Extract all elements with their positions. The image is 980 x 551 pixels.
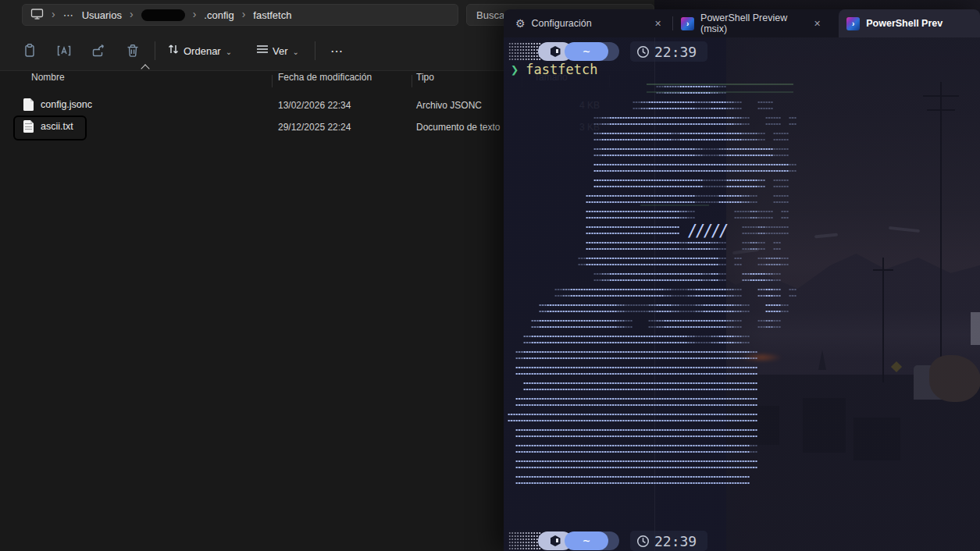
screen: › ⋯ Usuarios › › .config › fastfetch Bus… <box>0 0 980 551</box>
address-bar[interactable]: › ⋯ Usuarios › › .config › fastfetch <box>22 4 458 26</box>
file-name: config.jsonc <box>41 99 92 110</box>
column-header-type[interactable]: Tipo <box>416 72 434 83</box>
toolbar-divider <box>315 41 315 60</box>
close-tab-icon[interactable]: ✕ <box>811 17 824 30</box>
breadcrumb-ellipsis[interactable]: ⋯ <box>63 9 74 21</box>
chevron-down-icon: ⌄ <box>293 48 299 56</box>
breadcrumb-usuarios[interactable]: Usuarios <box>82 9 122 21</box>
file-type: Documento de texto <box>416 122 500 133</box>
powershell-icon: › <box>846 17 860 30</box>
breadcrumb-config[interactable]: .config <box>204 9 233 21</box>
prompt-time: 22:39 <box>654 44 697 60</box>
chevron-right-icon: › <box>130 9 134 20</box>
ellipsis-icon: ⋯ <box>330 44 344 59</box>
terminal-window: ⚙ Configuración ✕ › PowerShell Preview (… <box>504 9 980 551</box>
tab-configuracion[interactable]: ⚙ Configuración ✕ <box>508 9 672 37</box>
powershell-icon: › <box>681 17 694 30</box>
chevron-right-icon: › <box>52 9 55 20</box>
os-icon <box>551 46 561 57</box>
prompt-line: ~ 22:39 <box>508 42 707 61</box>
view-button[interactable]: Ver ⌄ <box>249 37 305 64</box>
breadcrumb-username-redacted[interactable] <box>141 9 185 21</box>
close-tab-icon[interactable]: ✕ <box>651 17 665 30</box>
fastfetch-ascii-art: ///// <box>508 69 796 490</box>
sort-label: Ordenar <box>184 45 221 57</box>
prompt-line: ~ 22:39 <box>508 531 707 550</box>
paste-button[interactable] <box>12 37 47 64</box>
prompt-time: 22:39 <box>654 533 697 549</box>
tab-powershell-preview-active[interactable]: › PowerShell Prev <box>839 9 980 37</box>
chevron-down-icon: ⌄ <box>226 48 232 56</box>
share-button[interactable] <box>81 37 116 64</box>
chevron-right-icon: › <box>193 9 197 20</box>
file-modified: 29/12/2025 22:24 <box>278 122 351 133</box>
column-header-modified[interactable]: Fecha de modificación <box>278 72 372 83</box>
view-lines-icon <box>255 42 269 59</box>
more-options-button[interactable]: ⋯ <box>320 37 355 64</box>
prompt-clock: 22:39 <box>630 531 707 551</box>
prompt-path-segment: ~ <box>565 531 608 550</box>
prompt-dither-segment <box>508 531 541 550</box>
tab-label: Configuración <box>532 18 592 29</box>
column-divider[interactable] <box>412 75 412 87</box>
selection-focus-ring <box>13 116 87 140</box>
breadcrumb-fastfetch[interactable]: fastfetch <box>253 9 291 21</box>
prompt-path-segment: ~ <box>565 42 608 61</box>
file-icon <box>23 98 34 111</box>
this-pc-icon <box>30 8 44 23</box>
sort-button[interactable]: Ordenar ⌄ <box>160 37 238 64</box>
tab-label: PowerShell Preview (msix) <box>700 12 804 34</box>
os-icon <box>551 535 561 546</box>
rename-button[interactable] <box>47 37 81 64</box>
prompt-clock: 22:39 <box>630 41 707 62</box>
terminal-tab-bar: ⚙ Configuración ✕ › PowerShell Preview (… <box>504 9 980 37</box>
tab-label: PowerShell Prev <box>866 18 943 29</box>
clock-icon <box>636 535 650 548</box>
clock-icon <box>636 45 650 59</box>
tab-powershell-preview-msix[interactable]: › PowerShell Preview (msix) ✕ <box>673 9 832 37</box>
file-modified: 13/02/2026 22:34 <box>278 100 351 111</box>
column-header-name[interactable]: Nombre <box>31 72 65 83</box>
chevron-right-icon: › <box>242 9 246 20</box>
file-type: Archivo JSONC <box>416 100 482 111</box>
gear-icon: ⚙ <box>515 18 526 29</box>
sort-arrows-icon <box>166 42 180 59</box>
prompt-dither-segment <box>508 42 541 61</box>
toolbar-divider <box>155 41 155 60</box>
terminal-viewport[interactable]: ~ 22:39 ❯fastfetch ///// ~ <box>504 37 980 551</box>
column-divider[interactable] <box>272 75 273 87</box>
view-label: Ver <box>273 45 288 57</box>
delete-button[interactable] <box>116 37 150 64</box>
